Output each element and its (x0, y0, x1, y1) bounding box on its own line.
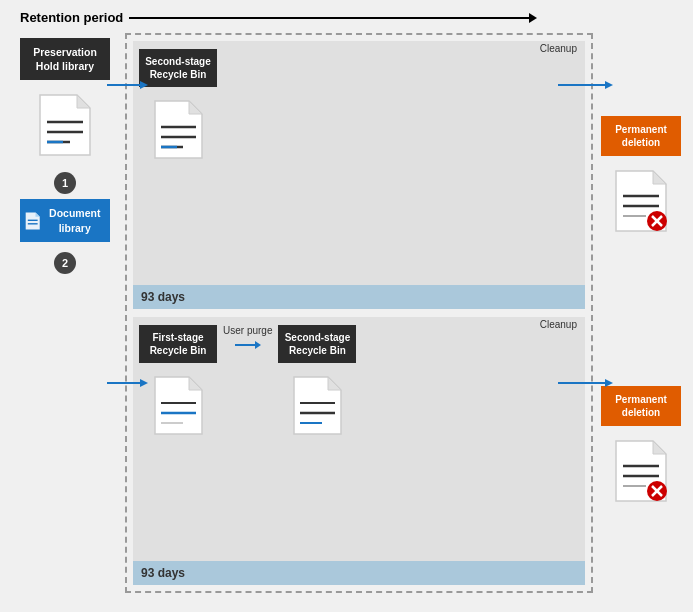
svg-marker-17 (189, 377, 202, 390)
pres-hold-box: Preservation Hold library (20, 38, 110, 80)
row2-stage1-label: First-stage Recycle Bin (150, 332, 207, 356)
row1-stage-label: Second-stage Recycle Bin (145, 56, 211, 80)
svg-marker-7 (36, 212, 40, 216)
perm-del-label-1: Permanent deletion (615, 124, 667, 148)
row2-days-label: 93 days (141, 566, 185, 580)
arrow-head (529, 13, 537, 23)
retention-label: Retention period (20, 10, 123, 25)
circle2-label: 2 (62, 257, 68, 269)
row1-cleanup-label: Cleanup (540, 43, 577, 54)
circle-badge-1: 1 (54, 172, 76, 194)
perm-del-doc-svg-1 (611, 166, 671, 236)
row2-stage2-box: Second-stage Recycle Bin (278, 325, 356, 363)
row2-stage1-box: First-stage Recycle Bin (139, 325, 217, 363)
svg-marker-22 (328, 377, 341, 390)
row-bottom: First-stage Recycle Bin (133, 317, 585, 585)
row1-content: Second-stage Recycle Bin (139, 49, 579, 166)
row2-stage2-label: Second-stage Recycle Bin (285, 332, 351, 356)
circle-badge-2: 2 (54, 252, 76, 274)
perm-del-2: Permanent deletion (601, 386, 681, 510)
user-purge-label: User purge (223, 325, 272, 337)
retention-arrow (129, 13, 683, 23)
perm-del-column: Permanent deletion (593, 33, 683, 593)
circle1-label: 1 (62, 177, 68, 189)
arrow-line (129, 17, 529, 19)
row2-stage1-icon (151, 373, 206, 442)
row2-stage2-col: Second-stage Recycle Bin (278, 325, 356, 442)
row-top: Second-stage Recycle Bin (133, 41, 585, 309)
perm-del-label-2: Permanent deletion (615, 394, 667, 418)
svg-marker-11 (189, 101, 202, 114)
arrow-head-small (255, 341, 261, 349)
row1-cleanup-text: Cleanup (540, 43, 577, 54)
retention-header: Retention period (20, 10, 683, 25)
perm-del-icon-2 (611, 436, 671, 510)
row1-stage-box: Second-stage Recycle Bin (139, 49, 217, 87)
pres-hold-icon (35, 90, 95, 164)
row2-days-bar: 93 days (133, 561, 585, 585)
row2-stage2-svg (290, 373, 345, 438)
pres-hold-doc-svg (35, 90, 95, 160)
row2-cleanup-text: Cleanup (540, 319, 577, 330)
pres-hold-label: Preservation Hold library (33, 46, 97, 72)
row1-days-bar: 93 days (133, 285, 585, 309)
arrow-line-short (235, 344, 255, 346)
main-diagram: Preservation Hold library 1 (10, 33, 683, 593)
center-dashed-area: Second-stage Recycle Bin (125, 33, 593, 593)
perm-del-icon-1 (611, 166, 671, 240)
user-purge-arrow (235, 341, 261, 349)
row2-content: First-stage Recycle Bin (139, 325, 579, 442)
diagram-container: Retention period Preservation Hold libra… (0, 0, 693, 612)
row1-stage-col: Second-stage Recycle Bin (139, 49, 217, 166)
doc-library-box: Document library (20, 199, 110, 241)
row1-doc-svg (151, 97, 206, 162)
doc-library-label: Document library (44, 206, 105, 234)
row2-stage2-icon (290, 373, 345, 442)
row2-cleanup-label: Cleanup (540, 319, 577, 330)
svg-marker-35 (653, 441, 666, 454)
row1-doc-icon (151, 97, 206, 166)
perm-del-box-2: Permanent deletion (601, 386, 681, 426)
perm-del-doc-svg-2 (611, 436, 671, 506)
perm-del-1: Permanent deletion (601, 116, 681, 240)
left-column: Preservation Hold library 1 (10, 33, 120, 593)
row2-stage1-svg (151, 373, 206, 438)
perm-del-box-1: Permanent deletion (601, 116, 681, 156)
user-purge-area: User purge (223, 325, 272, 349)
svg-marker-1 (77, 95, 90, 108)
doc-library-small-icon (25, 208, 40, 234)
svg-marker-27 (653, 171, 666, 184)
row1-days-label: 93 days (141, 290, 185, 304)
row2-stage1-col: First-stage Recycle Bin (139, 325, 217, 442)
